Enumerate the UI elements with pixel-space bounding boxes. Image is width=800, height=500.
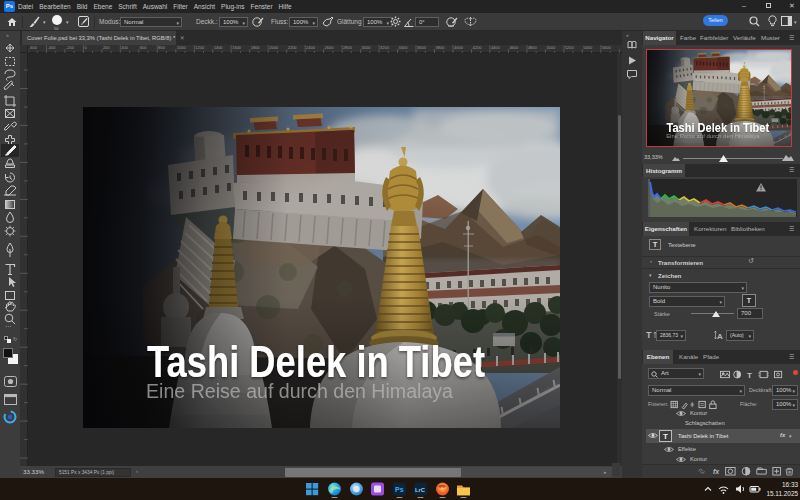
- svg-text:1200: 1200: [195, 45, 205, 50]
- svg-text:3000: 3000: [362, 45, 372, 50]
- svg-text:3800: 3800: [436, 45, 446, 50]
- svg-text:5200: 5200: [565, 45, 575, 50]
- svg-text:1800: 1800: [251, 45, 261, 50]
- svg-text:1400: 1400: [214, 45, 224, 50]
- svg-text:-200: -200: [66, 45, 75, 50]
- svg-text:1600: 1600: [232, 45, 242, 50]
- svg-text:A: A: [717, 332, 723, 340]
- svg-text:T: T: [747, 370, 752, 378]
- svg-text:2000: 2000: [269, 45, 279, 50]
- svg-text:200: 200: [103, 45, 110, 50]
- svg-text:4000: 4000: [454, 45, 464, 50]
- svg-text:4800: 4800: [528, 45, 538, 50]
- svg-text:2200: 2200: [288, 45, 298, 50]
- svg-text:-600: -600: [29, 45, 38, 50]
- svg-text:1000: 1000: [177, 45, 187, 50]
- svg-text:2800: 2800: [343, 45, 353, 50]
- svg-text:5000: 5000: [546, 45, 556, 50]
- svg-text:2600: 2600: [325, 45, 335, 50]
- svg-text:0: 0: [84, 45, 87, 50]
- svg-text:3600: 3600: [417, 45, 427, 50]
- svg-text:3200: 3200: [380, 45, 390, 50]
- svg-text:5400: 5400: [583, 45, 593, 50]
- svg-text:4600: 4600: [509, 45, 519, 50]
- svg-text:5600: 5600: [602, 45, 612, 50]
- svg-text:800: 800: [158, 45, 165, 50]
- svg-text:-400: -400: [47, 45, 56, 50]
- svg-text:2400: 2400: [306, 45, 316, 50]
- svg-text:400: 400: [121, 45, 128, 50]
- svg-text:600: 600: [140, 45, 147, 50]
- svg-text:4400: 4400: [491, 45, 501, 50]
- svg-text:T: T: [646, 330, 652, 340]
- svg-text:4200: 4200: [473, 45, 483, 50]
- svg-text:LrC: LrC: [415, 487, 426, 493]
- svg-text:fx: fx: [713, 468, 720, 475]
- svg-text:Ps: Ps: [395, 486, 404, 493]
- svg-text:3400: 3400: [399, 45, 409, 50]
